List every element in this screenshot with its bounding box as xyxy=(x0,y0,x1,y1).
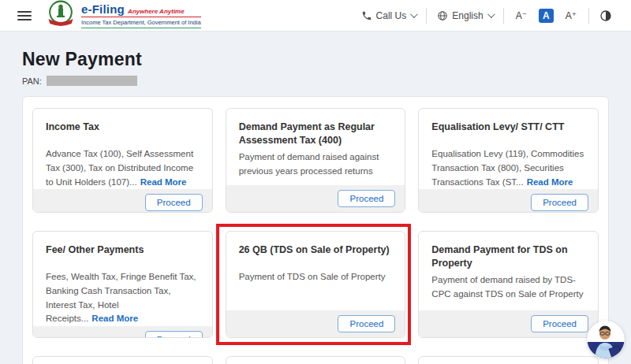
card-description: Payment of demand raised by TDS-CPC agai… xyxy=(431,273,585,302)
language-label: English xyxy=(452,10,483,21)
globe-icon xyxy=(437,10,448,21)
card-title: Fee/ Other Payments xyxy=(46,243,200,267)
chevron-down-icon xyxy=(410,10,418,18)
card-income-tax: Income Tax Advance Tax (100), Self Asses… xyxy=(32,108,213,213)
card-description: Payment of demand raised against previou… xyxy=(239,150,393,179)
read-more-link[interactable]: Read More xyxy=(91,314,138,323)
card-26qb-tds-sale-property: 26 QB (TDS on Sale of Property) Payment … xyxy=(226,231,406,338)
card-partial xyxy=(226,356,406,364)
language-selector[interactable]: English xyxy=(437,10,492,21)
card-title: Equalisation Levy/ STT/ CTT xyxy=(431,121,585,144)
proceed-button[interactable]: Proceed xyxy=(531,315,588,332)
payment-card-grid: Income Tax Advance Tax (100), Self Asses… xyxy=(32,108,599,364)
chevron-down-icon xyxy=(487,10,495,18)
pan-redacted-value xyxy=(47,76,137,86)
efiling-logo: e-Filing Anywhere Anytime Income Tax Dep… xyxy=(46,0,201,32)
brand-tagline: Anywhere Anytime xyxy=(128,8,185,15)
page-title: New Payment xyxy=(22,49,609,70)
top-header: e-Filing Anywhere Anytime Income Tax Dep… xyxy=(0,0,631,32)
proceed-button[interactable]: Proceed xyxy=(145,331,203,338)
divider xyxy=(503,8,504,24)
card-title: Demand Payment as Regular Assessment Tax… xyxy=(239,121,393,147)
pan-row: PAN: xyxy=(22,76,609,86)
brand-name: e-Filing xyxy=(81,2,125,16)
chatbot-avatar[interactable] xyxy=(587,321,625,358)
font-size-increase-button[interactable]: A⁺ xyxy=(564,9,578,22)
call-us-menu[interactable]: Call Us xyxy=(361,10,416,21)
phone-icon xyxy=(361,10,372,21)
card-description: Fees, Wealth Tax, Fringe Benefit Tax, Ba… xyxy=(46,270,200,326)
read-more-link[interactable]: Read More xyxy=(140,177,187,187)
proceed-button[interactable]: Proceed xyxy=(338,315,395,332)
card-description: Equalisation Levy (119), Commodities Tra… xyxy=(431,147,585,189)
read-more-link[interactable]: Read More xyxy=(527,177,573,187)
payment-options-panel: Income Tax Advance Tax (100), Self Asses… xyxy=(22,96,609,364)
income-tax-emblem-icon xyxy=(46,0,76,32)
card-description: Payment of TDS on Sale of Property xyxy=(239,270,393,284)
font-size-decrease-button[interactable]: A⁻ xyxy=(514,9,528,22)
card-demand-tds-property: Demand Payment for TDS on Property Payme… xyxy=(418,231,599,338)
card-equalisation-levy: Equalisation Levy/ STT/ CTT Equalisation… xyxy=(418,108,599,213)
card-title: Demand Payment for TDS on Property xyxy=(431,243,585,270)
divider xyxy=(588,8,589,24)
font-size-normal-button[interactable]: A xyxy=(539,9,554,23)
card-title: 26 QB (TDS on Sale of Property) xyxy=(239,243,393,267)
pan-label: PAN: xyxy=(22,76,42,86)
call-us-label: Call Us xyxy=(376,10,407,21)
card-title: Income Tax xyxy=(46,121,200,144)
proceed-button[interactable]: Proceed xyxy=(338,190,395,207)
proceed-button[interactable]: Proceed xyxy=(531,194,588,211)
card-description: Advance Tax (100), Self Assessment Tax (… xyxy=(46,147,200,189)
contrast-toggle-icon[interactable] xyxy=(599,9,612,22)
proceed-button[interactable]: Proceed xyxy=(145,194,203,211)
brand-department-line: Income Tax Department, Government of Ind… xyxy=(81,17,201,28)
card-fee-other-payments: Fee/ Other Payments Fees, Wealth Tax, Fr… xyxy=(32,231,213,338)
card-partial xyxy=(418,356,599,364)
divider xyxy=(426,8,427,24)
hamburger-menu-icon[interactable] xyxy=(17,11,32,20)
card-partial xyxy=(32,356,213,364)
card-demand-regular-assessment: Demand Payment as Regular Assessment Tax… xyxy=(226,108,406,213)
